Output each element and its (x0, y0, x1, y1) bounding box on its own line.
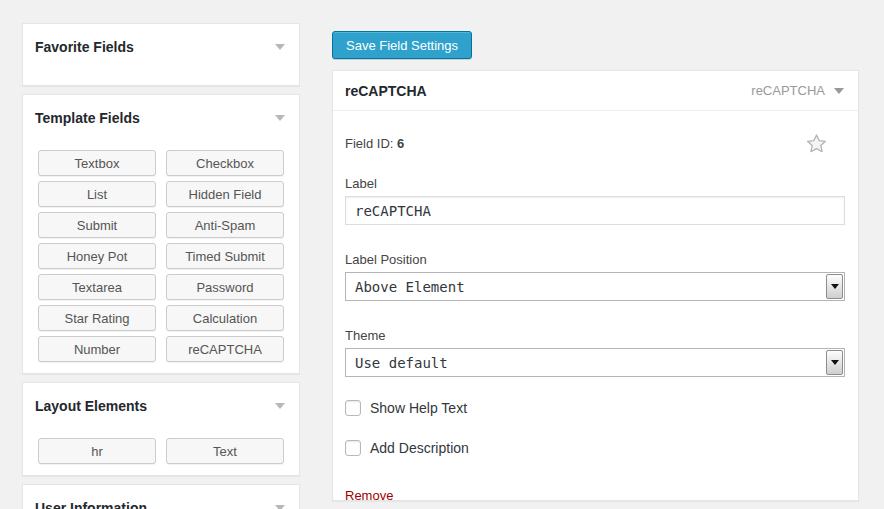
select-dropdown-button[interactable] (826, 350, 843, 375)
save-field-settings-button[interactable]: Save Field Settings (332, 31, 472, 59)
theme-selected-value: Use default (355, 355, 448, 371)
panel-layout-elements-header[interactable]: Layout Elements (23, 383, 299, 429)
field-type-label: reCAPTCHA (751, 83, 825, 98)
panel-user-information: User Information (22, 484, 300, 509)
field-button-timed-submit[interactable]: Timed Submit (166, 243, 284, 269)
field-button-checkbox[interactable]: Checkbox (166, 150, 284, 176)
add-description-checkbox[interactable] (345, 440, 361, 456)
caret-down-icon (831, 284, 839, 289)
show-help-text-row: Show Help Text (345, 400, 845, 416)
template-fields-grid: Textbox Checkbox List Hidden Field Submi… (23, 141, 299, 373)
chevron-down-icon[interactable] (275, 44, 285, 50)
chevron-down-icon[interactable] (275, 505, 285, 509)
field-id-text: Field ID: 6 (345, 136, 404, 151)
chevron-down-icon[interactable] (275, 115, 285, 121)
field-button-calculation[interactable]: Calculation (166, 305, 284, 331)
field-button-hr[interactable]: hr (38, 438, 156, 464)
field-button-submit[interactable]: Submit (38, 212, 156, 238)
chevron-down-icon[interactable] (834, 88, 844, 94)
field-panel-header[interactable]: reCAPTCHA reCAPTCHA (333, 71, 858, 111)
field-panel-title: reCAPTCHA (345, 83, 427, 99)
field-settings-panel: reCAPTCHA reCAPTCHA Field ID: 6 Label La… (332, 70, 859, 501)
field-button-text[interactable]: Text (166, 438, 284, 464)
field-button-hidden-field[interactable]: Hidden Field (166, 181, 284, 207)
field-button-number[interactable]: Number (38, 336, 156, 362)
panel-user-information-header[interactable]: User Information (23, 485, 299, 509)
field-panel-header-right: reCAPTCHA (751, 83, 846, 98)
panel-title: Layout Elements (35, 396, 147, 416)
chevron-down-icon[interactable] (275, 403, 285, 409)
select-dropdown-button[interactable] (826, 274, 843, 299)
field-panel-body: Field ID: 6 Label Label Position Above E… (333, 133, 858, 503)
panel-favorite-fields: Favorite Fields (22, 23, 300, 86)
label-field-label: Label (345, 176, 845, 191)
field-button-list[interactable]: List (38, 181, 156, 207)
theme-select[interactable]: Use default (345, 348, 845, 377)
show-help-text-checkbox[interactable] (345, 400, 361, 416)
field-button-password[interactable]: Password (166, 274, 284, 300)
panel-title: Template Fields (35, 108, 140, 128)
favorite-fields-empty-body (23, 70, 299, 85)
remove-field-link[interactable]: Remove (345, 488, 393, 503)
field-settings-column: Save Field Settings reCAPTCHA reCAPTCHA … (332, 31, 859, 501)
label-position-label: Label Position (345, 252, 845, 267)
star-empty-icon[interactable] (806, 133, 827, 154)
field-id-value: 6 (397, 136, 404, 151)
field-button-honey-pot[interactable]: Honey Pot (38, 243, 156, 269)
theme-label: Theme (345, 328, 845, 343)
field-button-textarea[interactable]: Textarea (38, 274, 156, 300)
fields-sidebar: Favorite Fields Template Fields Textbox … (22, 23, 300, 509)
panel-layout-elements: Layout Elements hr Text (22, 382, 300, 476)
field-button-recaptcha[interactable]: reCAPTCHA (166, 336, 284, 362)
add-description-row: Add Description (345, 440, 845, 456)
panel-template-fields: Template Fields Textbox Checkbox List Hi… (22, 94, 300, 374)
label-position-selected-value: Above Element (355, 279, 465, 295)
field-id-row: Field ID: 6 (345, 133, 845, 154)
panel-favorite-fields-header[interactable]: Favorite Fields (23, 24, 299, 70)
label-input[interactable] (345, 196, 845, 225)
caret-down-icon (831, 360, 839, 365)
field-button-textbox[interactable]: Textbox (38, 150, 156, 176)
panel-template-fields-header[interactable]: Template Fields (23, 95, 299, 141)
show-help-text-label: Show Help Text (370, 400, 467, 416)
layout-elements-grid: hr Text (23, 429, 299, 475)
panel-title: Favorite Fields (35, 37, 134, 57)
field-button-anti-spam[interactable]: Anti-Spam (166, 212, 284, 238)
label-position-select[interactable]: Above Element (345, 272, 845, 301)
field-id-label: Field ID: (345, 136, 393, 151)
panel-title: User Information (35, 498, 147, 509)
field-button-star-rating[interactable]: Star Rating (38, 305, 156, 331)
add-description-label: Add Description (370, 440, 469, 456)
